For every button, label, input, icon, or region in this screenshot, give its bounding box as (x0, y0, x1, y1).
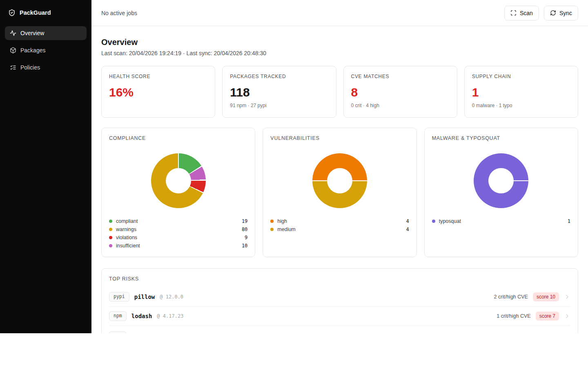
chevron-right-icon (564, 294, 570, 300)
legend-label: high (277, 218, 287, 224)
stat-label: CVE MATCHES (351, 74, 450, 79)
stat-card-packages-tracked: PACKAGES TRACKED11891 npm · 27 pypi (222, 66, 336, 118)
legend-dot (109, 228, 112, 231)
legend-label: typosquat (439, 218, 461, 224)
sidebar: PackGuard OverviewPackagesPolicies (0, 0, 91, 333)
stat-label: HEALTH SCORE (109, 74, 207, 79)
topbar: No active jobs Scan Sync (91, 0, 588, 26)
app-root: PackGuard OverviewPackagesPolicies No ac… (0, 0, 588, 333)
registry-badge: npm (109, 311, 127, 321)
registry-badge: pypi (109, 292, 129, 302)
legend-item: compliant19 (109, 217, 247, 225)
chart-card-vulnerabilities: VULNERABILITIEShigh4medium4 (263, 128, 416, 257)
sync-icon (550, 10, 556, 16)
donut-chart (312, 153, 367, 208)
stats-row: HEALTH SCORE16%PACKAGES TRACKED11891 npm… (101, 66, 578, 118)
legend-item: violations9 (109, 233, 247, 242)
legend-dot (432, 220, 435, 223)
registry-badge (109, 331, 126, 334)
table-row[interactable]: pypipillow@ 12.0.02 crit/high CVEscore 1… (109, 287, 570, 307)
sidebar-item-label: Policies (20, 64, 40, 71)
legend-label: warnings (116, 227, 136, 232)
shield-logo-icon (8, 9, 16, 16)
sidebar-item-label: Packages (20, 47, 45, 54)
stat-sub: 91 npm · 27 pypi (230, 103, 328, 108)
chart-legend: typosquat1 (432, 217, 570, 225)
package-icon (10, 47, 16, 54)
scan-icon (510, 10, 517, 16)
legend-dot (270, 228, 274, 231)
sidebar-nav: OverviewPackagesPolicies (5, 26, 87, 74)
stat-value: 118 (230, 85, 328, 100)
legend-label: compliant (116, 218, 138, 224)
table-row-partial[interactable] (109, 326, 570, 333)
legend-dot (109, 220, 112, 223)
page-content: Overview Last scan: 20/04/2026 19:24:19 … (91, 26, 588, 333)
top-risks-card: TOP RISKS pypipillow@ 12.0.02 crit/high … (101, 268, 578, 333)
legend-value: 4 (406, 218, 409, 224)
package-version: @ 12.0.0 (160, 294, 183, 300)
scan-button-label: Scan (520, 10, 533, 16)
topbar-actions: Scan Sync (504, 6, 578, 20)
legend-dot (109, 244, 112, 247)
legend-value: 19 (242, 218, 247, 224)
page-subtitle: Last scan: 20/04/2026 19:24:19 · Last sy… (101, 50, 578, 56)
donut-chart (474, 153, 528, 208)
chart-title: MALWARE & TYPOSQUAT (432, 135, 570, 141)
legend-value: 1 (568, 218, 570, 224)
brand-name: PackGuard (20, 9, 51, 16)
stat-value: 16% (109, 85, 207, 100)
stat-card-health-score: HEALTH SCORE16% (101, 66, 215, 118)
legend-item: medium4 (270, 225, 409, 233)
donut-hole (488, 168, 514, 193)
scan-button[interactable]: Scan (504, 6, 539, 20)
legend-dot (270, 220, 274, 223)
donut-chart (151, 153, 206, 208)
stat-value: 8 (351, 85, 450, 100)
donut-hole (166, 168, 191, 193)
legend-value: 4 (406, 227, 409, 232)
table-row[interactable]: npmlodash@ 4.17.231 crit/high CVEscore 7 (109, 307, 570, 326)
legend-value: 10 (242, 243, 247, 249)
legend-label: insufficient (116, 243, 140, 249)
donut-hole (327, 168, 352, 193)
sidebar-item-packages[interactable]: Packages (5, 43, 87, 57)
stat-card-supply-chain: SUPPLY CHAIN10 malware · 1 typo (464, 66, 578, 118)
legend-item: insufficient10 (109, 242, 247, 250)
stat-card-cve-matches: CVE MATCHES80 crit · 4 high (343, 66, 457, 118)
legend-item: typosquat1 (432, 217, 570, 225)
cve-summary: 1 crit/high CVE (497, 313, 530, 319)
stat-label: SUPPLY CHAIN (472, 74, 570, 79)
chart-card-compliance: COMPLIANCEcompliant19warnings80violation… (101, 128, 255, 257)
jobs-status-text: No active jobs (101, 10, 137, 16)
sidebar-item-overview[interactable]: Overview (5, 26, 87, 40)
legend-dot (109, 236, 112, 239)
legend-label: violations (116, 235, 137, 240)
chart-legend: high4medium4 (270, 217, 409, 233)
sync-button[interactable]: Sync (544, 6, 578, 20)
legend-value: 9 (245, 235, 247, 240)
chevron-right-icon (564, 313, 570, 319)
checklist-icon (10, 64, 16, 71)
package-name: lodash (131, 313, 152, 319)
stat-sub: 0 crit · 4 high (351, 103, 450, 108)
stat-value: 1 (472, 85, 570, 100)
brand: PackGuard (5, 5, 87, 26)
chart-card-malware-typosquat: MALWARE & TYPOSQUATtyposquat1 (424, 128, 578, 257)
legend-item: warnings80 (109, 225, 247, 233)
main-area: No active jobs Scan Sync (91, 0, 588, 333)
page-title: Overview (101, 38, 578, 47)
sidebar-item-label: Overview (20, 30, 44, 36)
sync-button-label: Sync (559, 10, 572, 16)
activity-icon (10, 30, 16, 36)
chart-title: VULNERABILITIES (270, 135, 409, 141)
score-badge: score 7 (536, 312, 559, 321)
legend-value: 80 (242, 227, 247, 232)
legend-item: high4 (270, 217, 409, 225)
cve-summary: 2 crit/high CVE (494, 294, 528, 300)
score-badge: score 10 (533, 292, 559, 301)
sidebar-item-policies[interactable]: Policies (5, 61, 87, 74)
top-risks-list: pypipillow@ 12.0.02 crit/high CVEscore 1… (109, 287, 570, 333)
package-version: @ 4.17.23 (157, 313, 183, 319)
legend-label: medium (277, 227, 295, 232)
